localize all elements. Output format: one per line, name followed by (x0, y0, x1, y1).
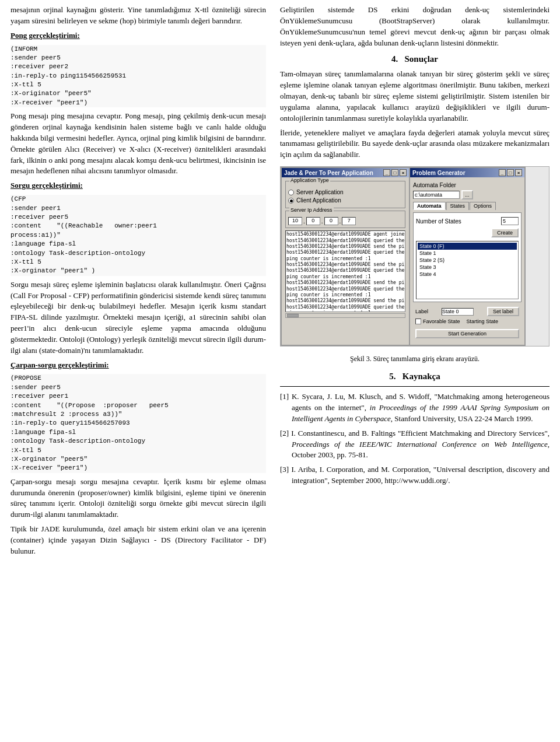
right-column: Geliştirilen sistemde DS erkini doğrudan… (274, 0, 560, 565)
prob-states-label: Number of States (416, 218, 461, 225)
jade-scrollbar[interactable] (285, 313, 405, 318)
prob-window-controls[interactable]: _ □ × (499, 169, 522, 176)
jade-server-ip-label: Server Ip Address (289, 207, 334, 213)
jade-ip-1[interactable]: 10 (288, 217, 302, 225)
prob-state-item-3[interactable]: State 3 (418, 264, 517, 271)
carpan-desc: Çarpan-sorgu mesajı sorgu mesajına cevap… (10, 477, 266, 520)
carpan-title: Çarpan-sorgu gerçekleştirimi: (10, 360, 266, 371)
prob-automata-input-row: ... (413, 190, 522, 200)
jade-app-type-label: Application Type (289, 177, 330, 183)
prob-tab-options[interactable]: Options (470, 202, 496, 210)
prob-state-item-1[interactable]: State 1 (418, 250, 517, 257)
figure3: Jade & Peer To Peer Application _ □ × Ap… (280, 166, 550, 346)
prob-set-label-button[interactable]: Set label (487, 307, 519, 316)
pong-title: Pong gerçekleştirimi: (10, 30, 266, 41)
jade-ip-2[interactable]: 0 (306, 217, 320, 225)
prob-favorable-row: Favorable State Starting State (415, 318, 519, 324)
prob-maximize-btn[interactable]: □ (507, 169, 514, 176)
intro-right: Geliştirilen sistemde DS erkini doğrudan… (280, 5, 550, 48)
sonuc-para1: Tam-olmayan süreç tanımlamalarına olanak… (280, 69, 550, 124)
jade-maximize-btn[interactable]: □ (391, 169, 398, 176)
prob-states-list: State 0 (F)State 1State 2 (S)State 3Stat… (416, 241, 519, 299)
prob-minimize-btn[interactable]: _ (499, 169, 506, 176)
jade-server-radio[interactable] (288, 190, 294, 195)
prob-close-btn[interactable]: × (515, 169, 522, 176)
jade-client-app-label: Client Application (296, 197, 341, 204)
prob-label-label: Label (415, 309, 428, 314)
section4-heading: 4. Sonuçlar (280, 54, 550, 64)
prob-state-item-2[interactable]: State 2 (S) (418, 257, 517, 264)
prob-start-gen-button[interactable]: Start Generation (415, 329, 519, 338)
figure3-caption: Şekil 3. Süreç tanımlama giriş ekranı ar… (280, 352, 550, 366)
jade-title: Jade & Peer To Peer Application (284, 170, 373, 176)
pong-code: (INFORM :sender peer5 :receiver peer2 :i… (10, 45, 266, 108)
sonuc-para2: İleride, yeteneklere maliyet ve amaçlara… (280, 128, 550, 161)
jade-log: host154630012234@erdat1099UADE agent joi… (285, 230, 405, 312)
prob-state-item-0[interactable]: State 0 (F) (418, 243, 517, 250)
reference-item-3: [3] I. Ariba, I. Corporation, and M. Cor… (280, 464, 550, 487)
jade-minimize-btn[interactable]: _ (383, 169, 390, 176)
prob-label-row: Label Set label (415, 306, 519, 317)
jade-scrollbar-thumb[interactable] (287, 314, 299, 317)
jade-client-radio[interactable] (288, 198, 294, 204)
jade-window: Jade & Peer To Peer Application _ □ × Ap… (281, 167, 409, 346)
prob-label-input[interactable] (442, 308, 474, 316)
prob-titlebar: Problem Generator _ □ × (410, 168, 524, 177)
prob-automata-row: Automata Folder (413, 182, 522, 188)
prob-tab-content: Number of States Create State 0 (F)State… (413, 212, 522, 302)
prob-states-label-row: Number of States (416, 217, 519, 225)
jade-titlebar: Jade & Peer To Peer Application _ □ × (282, 168, 409, 177)
carpan-code: (PROPOSE :sender peer5 :receiver peer1 :… (10, 374, 266, 473)
section5-heading: 5. Kaynakça (280, 372, 550, 382)
tipik-desc: Tipik bir JADE kurulumunda, özel amaçlı … (10, 524, 266, 557)
intro-paragraph: mesajının orjinal kaynağını gösterir. Yi… (10, 5, 266, 27)
sorgu-title: Sorgu gerçekleştirimi: (10, 180, 266, 191)
jade-ip-row: 10 . 0 . 0 . 7 (288, 217, 402, 225)
prob-states-input[interactable] (501, 217, 519, 225)
reference-item-2: [2] I. Constantinescu, and B. Faltings "… (280, 428, 550, 461)
jade-window-controls[interactable]: _ □ × (383, 169, 407, 176)
jade-app-type-group: Application Type Server Application Clie… (285, 181, 405, 208)
pong-desc: Pong mesajı ping mesajına cevaptır. Pong… (10, 111, 266, 177)
jade-server-app-row: Server Application (288, 189, 402, 195)
prob-create-button[interactable]: Create (491, 228, 519, 237)
jade-server-app-label: Server Application (296, 189, 344, 195)
jade-ip-4[interactable]: 7 (342, 217, 356, 225)
prob-favorable-label: Favorable State (423, 318, 460, 324)
prob-tab-states[interactable]: States (446, 202, 470, 210)
prob-favorable-checkbox[interactable] (415, 318, 421, 324)
prob-automata-input[interactable] (413, 191, 460, 199)
jade-ip-3[interactable]: 0 (324, 217, 338, 225)
prob-browse-button[interactable]: ... (461, 190, 473, 200)
section-divider (280, 386, 550, 387)
prob-automata-label: Automata Folder (413, 182, 456, 188)
prob-tabs: Automata States Options (413, 202, 522, 210)
sorgu-desc: Sorgu mesajı süreç eşleme işleminin başl… (10, 279, 266, 356)
prob-bottom-panel: Label Set label Favorable State Starting… (413, 302, 522, 342)
reference-item-1: [1] K. Sycara, J. Lu, M. Klusch, and S. … (280, 391, 550, 425)
jade-server-ip-group: Server Ip Address 10 . 0 . 0 . 7 (285, 211, 405, 228)
left-column: mesajının orjinal kaynağını gösterir. Yi… (0, 0, 274, 565)
jade-client-app-row: Client Application (288, 197, 402, 204)
prob-state-item-4[interactable]: State 4 (418, 271, 517, 278)
references-list: [1] K. Sycara, J. Lu, M. Klusch, and S. … (280, 391, 550, 487)
jade-close-btn[interactable]: × (400, 169, 407, 176)
sorgu-code: (CFP :sender peer1 :receiver peer5 :cont… (10, 195, 266, 276)
prob-title: Problem Generator (412, 170, 466, 176)
prob-tab-automata[interactable]: Automata (413, 202, 446, 210)
prob-starting-label: Starting State (467, 318, 499, 324)
problem-generator-window: Problem Generator _ □ × Automata Folder (409, 167, 526, 346)
